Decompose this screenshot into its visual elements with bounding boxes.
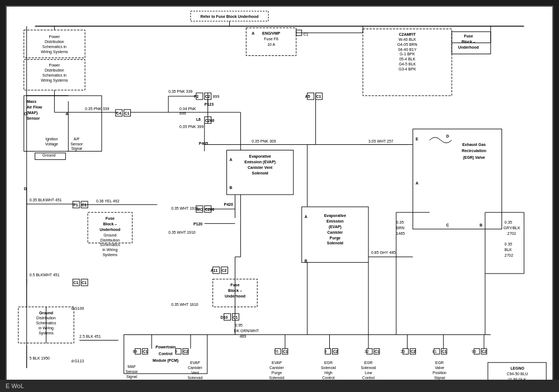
svg-text:Canister: Canister xyxy=(269,366,285,370)
svg-text:0.36 YEL 492: 0.36 YEL 492 xyxy=(96,199,120,203)
svg-text:C1: C1 xyxy=(283,350,288,353)
svg-text:C1: C1 xyxy=(82,281,87,285)
svg-text:Signal: Signal xyxy=(71,147,82,151)
svg-text:76: 76 xyxy=(274,350,278,353)
svg-text:Solenoid: Solenoid xyxy=(361,366,376,370)
svg-text:MAF: MAF xyxy=(127,365,136,369)
svg-text:⊘G109: ⊘G109 xyxy=(71,306,84,310)
svg-text:(MAF): (MAF) xyxy=(27,111,38,115)
svg-text:C: C xyxy=(24,112,27,116)
svg-text:C2AMFIT: C2AMFIT xyxy=(399,32,416,36)
svg-text:C1: C1 xyxy=(233,315,238,319)
svg-text:Distribution: Distribution xyxy=(45,40,64,44)
svg-text:G3-4 BPK: G3-4 BPK xyxy=(399,67,416,71)
svg-text:Purge: Purge xyxy=(272,371,282,375)
svg-text:P123: P123 xyxy=(205,102,214,106)
svg-text:Control: Control xyxy=(362,376,375,380)
svg-text:Refer to Fuse Block Underhood: Refer to Fuse Block Underhood xyxy=(200,15,258,18)
svg-text:Ground: Ground xyxy=(103,233,116,237)
svg-text:0.35 WHT 1910: 0.35 WHT 1910 xyxy=(168,230,196,234)
svg-text:2.5 BLK 451: 2.5 BLK 451 xyxy=(79,334,101,338)
svg-text:C2: C2 xyxy=(183,350,188,353)
svg-text:B: B xyxy=(305,259,307,263)
svg-text:Recirculation: Recirculation xyxy=(462,149,486,153)
svg-text:899: 899 xyxy=(179,111,186,115)
svg-text:0.85 GHY 485: 0.85 GHY 485 xyxy=(371,251,396,254)
svg-text:EGR: EGR xyxy=(435,361,444,365)
svg-text:G4-5 BLK: G4-5 BLK xyxy=(399,62,416,66)
svg-text:D: D xyxy=(24,187,27,191)
svg-text:Solenoid: Solenoid xyxy=(321,366,336,370)
svg-text:P1: P1 xyxy=(73,203,78,207)
svg-text:ENG/VMP: ENG/VMP xyxy=(262,31,280,35)
svg-text:Ignition: Ignition xyxy=(45,137,58,141)
diagram-area: Refer to Fuse Block Underhood C2AMFIT W-… xyxy=(6,6,553,386)
svg-text:C1: C1 xyxy=(73,281,78,285)
svg-text:Solenoid: Solenoid xyxy=(187,376,202,380)
svg-text:⊘G113: ⊘G113 xyxy=(71,359,84,363)
svg-text:0.35 PNK 399: 0.35 PNK 399 xyxy=(179,125,203,129)
svg-text:Solenoid: Solenoid xyxy=(252,171,268,175)
svg-text:10 A: 10 A xyxy=(267,42,275,46)
svg-text:2702: 2702 xyxy=(505,253,514,257)
svg-text:32: 32 xyxy=(364,350,369,353)
svg-text:Purge: Purge xyxy=(330,236,341,240)
svg-text:C1: C1 xyxy=(375,350,380,353)
svg-text:Signal: Signal xyxy=(126,375,138,379)
svg-text:LEGNO: LEGNO xyxy=(510,366,524,370)
svg-text:Emission (EVAP): Emission (EVAP) xyxy=(244,160,276,164)
svg-text:Fuse: Fuse xyxy=(464,34,473,38)
svg-text:0.35 WHT 1910: 0.35 WHT 1910 xyxy=(171,206,198,210)
svg-text:Control: Control xyxy=(322,376,335,380)
svg-text:Systems: Systems xyxy=(102,253,117,257)
svg-text:Canister: Canister xyxy=(328,230,343,234)
svg-text:23: 23 xyxy=(401,350,405,353)
svg-text:A11: A11 xyxy=(211,268,218,272)
svg-text:Position: Position xyxy=(433,371,447,375)
svg-text:0.35 PNK 339: 0.35 PNK 339 xyxy=(168,89,192,93)
svg-text:C2: C2 xyxy=(333,350,338,353)
svg-text:D10: D10 xyxy=(221,315,228,319)
svg-text:Distribution: Distribution xyxy=(45,68,64,72)
svg-text:EVAP: EVAP xyxy=(190,361,200,365)
svg-text:Emission: Emission xyxy=(326,219,344,223)
svg-text:Schematics in: Schematics in xyxy=(42,45,67,49)
svg-text:0.35 PNK 339: 0.35 PNK 339 xyxy=(85,107,109,111)
svg-text:Block –: Block – xyxy=(103,222,117,226)
svg-text:Sensor: Sensor xyxy=(126,370,139,374)
svg-text:Solenoid: Solenoid xyxy=(327,241,343,245)
svg-text:Voltage: Voltage xyxy=(45,142,58,147)
svg-text:EGR: EGR xyxy=(364,361,373,365)
svg-text:EGR: EGR xyxy=(324,361,333,365)
svg-text:C1: C1 xyxy=(125,111,130,115)
bottom-label: E WoL xyxy=(6,382,24,389)
svg-text:P420: P420 xyxy=(224,202,233,206)
svg-text:Exhaust Gas: Exhaust Gas xyxy=(462,143,486,147)
svg-text:C1: C1 xyxy=(143,350,148,353)
svg-text:Schematics in: Schematics in xyxy=(42,73,67,77)
svg-text:EVAP: EVAP xyxy=(272,361,282,365)
svg-text:Sensor: Sensor xyxy=(70,142,83,146)
svg-text:0.34 PNK: 0.34 PNK xyxy=(179,107,196,111)
svg-text:C2: C2 xyxy=(222,268,227,272)
svg-text:High: High xyxy=(324,371,332,375)
svg-text:W-40 BLK: W-40 BLK xyxy=(399,37,416,41)
svg-text:Vent: Vent xyxy=(191,371,199,375)
svg-text:A: A xyxy=(305,215,307,219)
svg-text:Fuse: Fuse xyxy=(106,216,115,220)
svg-text:0.35: 0.35 xyxy=(505,220,513,224)
svg-text:0.35 WHT 1810: 0.35 WHT 1810 xyxy=(171,303,198,306)
svg-text:2702: 2702 xyxy=(508,232,517,235)
svg-text:Canister Vent: Canister Vent xyxy=(248,166,273,169)
svg-text:0.35: 0.35 xyxy=(505,242,513,246)
svg-text:Power: Power xyxy=(49,63,60,67)
svg-text:Underhood: Underhood xyxy=(100,228,120,232)
svg-text:0.5 BLKWHT 451: 0.5 BLKWHT 451 xyxy=(30,273,60,277)
svg-text:BRN: BRN xyxy=(396,226,405,230)
svg-text:A: A xyxy=(230,158,233,162)
svg-text:Fuse F8: Fuse F8 xyxy=(264,37,278,41)
svg-text:Evaporative: Evaporative xyxy=(249,154,271,159)
svg-text:(EVAP): (EVAP) xyxy=(329,225,342,229)
svg-text:Wiring Systems: Wiring Systems xyxy=(41,78,68,83)
svg-text:Canister: Canister xyxy=(188,366,203,370)
